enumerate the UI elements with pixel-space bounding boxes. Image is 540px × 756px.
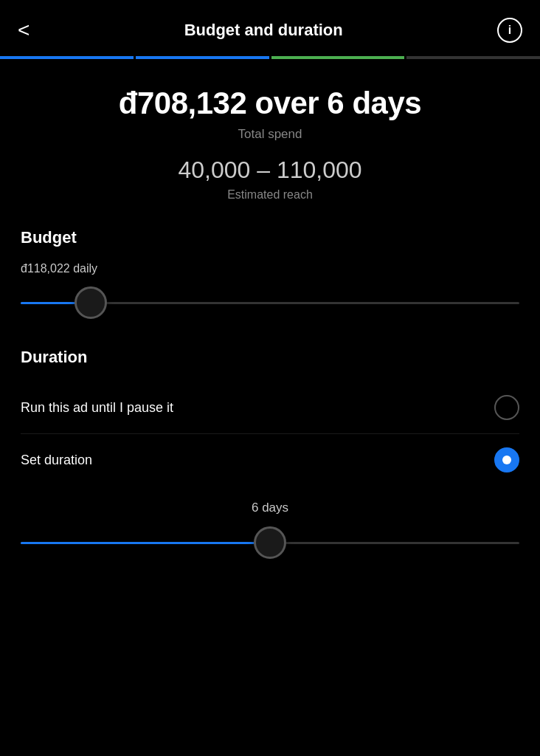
progress-segment-2 [136, 56, 269, 59]
progress-segment-4 [406, 56, 540, 59]
duration-title: Duration [21, 348, 519, 367]
duration-slider-fill [21, 542, 270, 544]
budget-slider-thumb[interactable] [75, 286, 107, 319]
total-label: Total spend [21, 127, 519, 142]
reach-label: Estimated reach [21, 188, 519, 202]
page-title: Budget and duration [30, 21, 497, 40]
progress-segment-3 [271, 56, 405, 59]
budget-section: Budget đ118,022 daily [21, 228, 519, 321]
duration-slider-thumb[interactable] [254, 526, 286, 559]
total-spend-section: đ708,132 over 6 days Total spend 40,000 … [21, 86, 519, 202]
duration-section: Duration Run this ad until I pause it Se… [21, 348, 519, 561]
budget-slider[interactable] [21, 284, 519, 321]
reach-range: 40,000 – 110,000 [21, 157, 519, 184]
duration-radio-pause[interactable] [494, 395, 519, 420]
budget-daily-label: đ118,022 daily [21, 262, 519, 275]
total-amount: đ708,132 over 6 days [21, 86, 519, 121]
days-label: 6 days [21, 501, 519, 515]
header: < Budget and duration i [0, 0, 540, 47]
duration-radio-set[interactable] [494, 447, 519, 472]
main-content: đ708,132 over 6 days Total spend 40,000 … [0, 59, 540, 599]
budget-title: Budget [21, 228, 519, 247]
duration-option-pause-label: Run this ad until I pause it [21, 400, 173, 416]
duration-option-pause[interactable]: Run this ad until I pause it [21, 382, 519, 434]
back-button[interactable]: < [18, 20, 30, 41]
duration-slider[interactable] [21, 524, 519, 561]
duration-option-set[interactable]: Set duration [21, 434, 519, 486]
progress-segment-1 [0, 56, 134, 59]
info-button[interactable]: i [497, 18, 522, 43]
duration-option-set-label: Set duration [21, 453, 92, 468]
